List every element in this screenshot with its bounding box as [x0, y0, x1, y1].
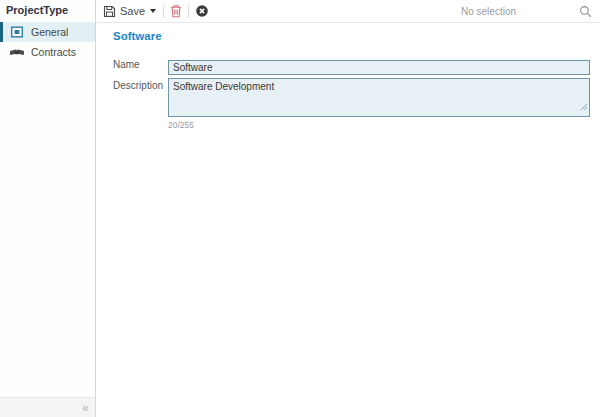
sidebar-footer: «	[0, 397, 95, 417]
sidebar-title: ProjectType	[0, 0, 95, 22]
toolbar-separator	[188, 5, 189, 18]
description-label: Description	[113, 78, 168, 117]
save-button[interactable]: Save	[103, 0, 145, 22]
app-window: ProjectType General Contracts	[0, 0, 600, 417]
page-title: Software	[113, 30, 590, 42]
sidebar-item-label: General	[31, 26, 68, 38]
sidebar: ProjectType General Contracts	[0, 0, 96, 417]
name-input[interactable]	[168, 60, 590, 75]
close-button[interactable]	[195, 0, 209, 22]
main-panel: Save	[96, 0, 600, 417]
toolbar-separator	[163, 5, 164, 18]
name-row: Name	[113, 57, 590, 75]
selection-search	[461, 5, 592, 18]
search-icon[interactable]	[579, 5, 592, 18]
sidebar-item-label: Contracts	[31, 46, 76, 58]
sidebar-spacer	[0, 62, 95, 397]
save-dropdown-button[interactable]	[149, 0, 157, 22]
handshake-icon	[9, 45, 24, 59]
dropdown-arrow-icon	[149, 8, 157, 14]
sidebar-item-contracts[interactable]: Contracts	[0, 42, 95, 62]
save-button-label: Save	[120, 5, 145, 17]
content-area: Software Name Description Software Devel…	[96, 23, 600, 130]
toolbar: Save	[96, 0, 600, 23]
floppy-save-icon	[103, 5, 116, 18]
search-input[interactable]	[461, 6, 573, 17]
close-circle-icon	[195, 4, 209, 18]
sidebar-item-general[interactable]: General	[0, 22, 95, 42]
name-label: Name	[113, 57, 168, 75]
delete-button[interactable]	[170, 0, 182, 22]
screen-icon	[9, 25, 24, 39]
description-textarea[interactable]: Software Development	[168, 78, 590, 117]
collapse-sidebar-icon[interactable]: «	[82, 402, 89, 414]
trash-icon	[170, 4, 182, 18]
character-counter: 20/255	[168, 120, 590, 130]
description-row: Description Software Development	[113, 78, 590, 117]
